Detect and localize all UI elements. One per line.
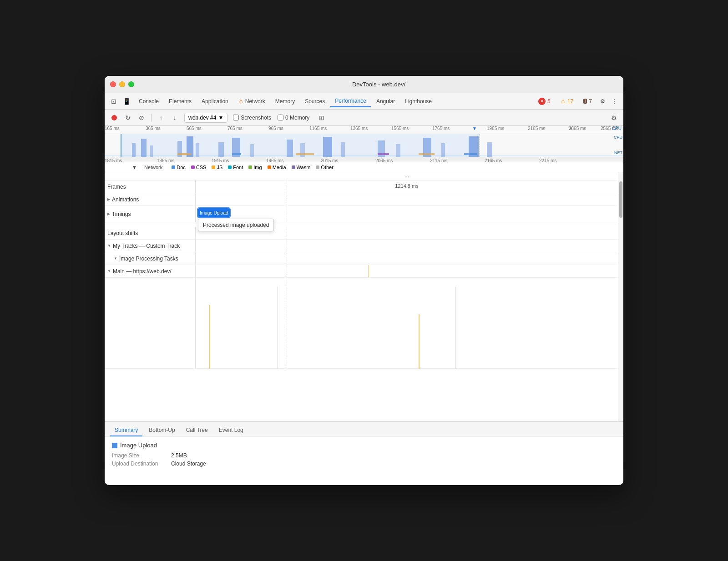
timings-expand-icon: ▶ <box>107 212 110 216</box>
yellow-line-1 <box>369 265 369 277</box>
track-label-frames[interactable]: Frames <box>105 180 196 193</box>
close-button[interactable] <box>110 81 116 87</box>
scrollbar[interactable] <box>618 172 623 421</box>
screenshots-checkbox[interactable]: Screenshots <box>233 115 271 121</box>
clear-button[interactable]: ⊘ <box>136 112 147 124</box>
track-label-timings[interactable]: ▶ Timings <box>105 206 196 222</box>
summary-row-upload-dest: Upload Destination Cloud Storage <box>112 461 616 467</box>
main-track-area[interactable] <box>105 278 618 369</box>
inspect-icon[interactable]: ⊡ <box>108 96 119 107</box>
svg-rect-5 <box>196 143 199 157</box>
svg-rect-18 <box>487 142 492 157</box>
timeline-container: 165 ms 365 ms 565 ms 765 ms 965 ms 1165 … <box>105 126 623 421</box>
track-dots-row: ... <box>105 172 618 180</box>
record-icon <box>111 115 117 120</box>
more-icon[interactable]: ⋮ <box>609 96 620 106</box>
main-expand-icon: ▼ <box>107 269 111 273</box>
track-row-animations[interactable]: ▶ Animations <box>105 193 618 206</box>
bottom-panel: Summary Bottom-Up Call Tree Event Log Im… <box>105 421 623 485</box>
tab-performance[interactable]: Performance <box>330 95 371 107</box>
overview-panel[interactable]: 165 ms 365 ms 565 ms 765 ms 965 ms 1165 … <box>105 126 623 162</box>
svg-rect-19 <box>177 153 191 155</box>
tab-bottom-up[interactable]: Bottom-Up <box>144 425 179 436</box>
overview-ruler: 165 ms 365 ms 565 ms 765 ms 965 ms 1165 … <box>105 126 623 134</box>
capture-settings-icon[interactable]: ⊞ <box>316 112 328 124</box>
track-label-animations[interactable]: ▶ Animations <box>105 193 196 205</box>
flame-chart <box>196 278 618 368</box>
bottom-tabs: Summary Bottom-Up Call Tree Event Log <box>105 422 623 436</box>
svg-rect-8 <box>250 144 254 157</box>
image-upload-marker[interactable]: Image Upload <box>198 208 230 217</box>
track-row-image-proc[interactable]: ▼ Image Processing Tasks <box>105 252 618 265</box>
toolbar: ↻ ⊘ ↑ ↓ web.dev #4 ▼ Screenshots 0 Memor… <box>105 110 623 126</box>
devtools-window: DevTools - web.dev/ ⊡ 📱 Console Elements… <box>105 76 623 485</box>
track-label-layout-shifts[interactable]: Layout shifts <box>105 227 196 239</box>
svg-rect-22 <box>378 153 389 155</box>
track-row-timings[interactable]: ▶ Timings Image Upload Processed image u… <box>105 206 618 222</box>
svg-rect-14 <box>396 144 400 157</box>
tab-network[interactable]: ⚠ Network <box>234 96 270 107</box>
main-split: ... Frames 1214.8 ms <box>105 172 623 421</box>
minimize-button[interactable] <box>119 81 125 87</box>
profile-selector[interactable]: web.dev #4 ▼ <box>184 113 228 123</box>
tab-summary[interactable]: Summary <box>110 425 142 436</box>
error-badge[interactable]: ✕ 5 <box>534 95 555 107</box>
svg-rect-25 <box>105 155 623 156</box>
summary-row-image-size: Image Size 2.5MB <box>112 452 616 459</box>
tab-elements[interactable]: Elements <box>164 96 196 107</box>
svg-rect-20 <box>232 153 241 155</box>
download-button[interactable]: ↓ <box>169 112 181 124</box>
legend-font: Font <box>228 165 243 170</box>
toolbar-checkboxes: Screenshots 0 Memory ⊞ <box>233 112 328 124</box>
svg-rect-24 <box>464 153 477 155</box>
tab-application[interactable]: Application <box>197 96 233 107</box>
overview-svg <box>105 134 623 157</box>
summary-color-indicator <box>112 443 117 448</box>
tab-memory[interactable]: Memory <box>271 96 299 107</box>
tab-sources[interactable]: Sources <box>300 96 329 107</box>
image-proc-expand-icon: ▼ <box>114 256 117 260</box>
upload-button[interactable]: ↑ <box>155 112 167 124</box>
title-bar: DevTools - web.dev/ <box>105 76 623 93</box>
tab-angular[interactable]: Angular <box>372 96 399 107</box>
timing-tooltip: Processed image uploaded <box>198 219 274 231</box>
window-title: DevTools - web.dev/ <box>140 81 618 88</box>
tab-event-log[interactable]: Event Log <box>214 425 248 436</box>
svg-rect-6 <box>218 142 224 157</box>
tab-lighthouse[interactable]: Lighthouse <box>400 96 436 107</box>
legend-css: CSS <box>191 165 207 170</box>
track-label-my-tracks[interactable]: ▼ My Tracks — Custom Track <box>105 240 196 252</box>
svg-rect-23 <box>419 153 435 155</box>
maximize-button[interactable] <box>128 81 134 87</box>
tab-console[interactable]: Console <box>134 96 163 107</box>
network-legend: ▼ Network Doc CSS JS Font Img <box>105 162 623 172</box>
track-row-main[interactable]: ▼ Main — https://web.dev/ <box>105 265 618 278</box>
track-row-my-tracks[interactable]: ▼ My Tracks — Custom Track <box>105 240 618 252</box>
svg-rect-1 <box>141 139 147 157</box>
legend-media: Media <box>268 165 286 170</box>
settings-icon[interactable]: ⚙ <box>597 96 608 106</box>
settings-toolbar-icon[interactable]: ⚙ <box>608 112 620 124</box>
tab-call-tree[interactable]: Call Tree <box>182 425 212 436</box>
svg-rect-21 <box>296 153 314 155</box>
scrollbar-thumb[interactable] <box>619 181 622 218</box>
track-row-layout-shifts[interactable]: Layout shifts <box>105 227 618 240</box>
info-badge[interactable]: i 7 <box>579 96 597 107</box>
track-row-frames[interactable]: Frames 1214.8 ms <box>105 180 618 193</box>
network-label: Network <box>144 165 162 170</box>
legend-doc: Doc <box>172 165 186 170</box>
svg-rect-11 <box>323 137 332 157</box>
track-label-main[interactable]: ▼ Main — https://web.dev/ <box>105 265 196 277</box>
device-icon[interactable]: 📱 <box>120 96 133 107</box>
animations-expand-icon: ▶ <box>107 197 110 201</box>
record-button[interactable] <box>108 112 120 124</box>
warning-badge[interactable]: ⚠ 17 <box>556 96 578 107</box>
tracks-panel[interactable]: ... Frames 1214.8 ms <box>105 172 618 421</box>
overview-chart[interactable]: CPU NET <box>105 134 623 157</box>
track-label-image-proc[interactable]: ▼ Image Processing Tasks <box>105 252 196 265</box>
memory-checkbox[interactable]: 0 Memory <box>278 115 309 121</box>
legend-wasm: Wasm <box>292 165 311 170</box>
separator <box>151 114 152 122</box>
secondary-ruler: 1815 ms 1865 ms 1915 ms 1965 ms 2015 ms … <box>105 157 623 162</box>
refresh-button[interactable]: ↻ <box>122 112 134 124</box>
